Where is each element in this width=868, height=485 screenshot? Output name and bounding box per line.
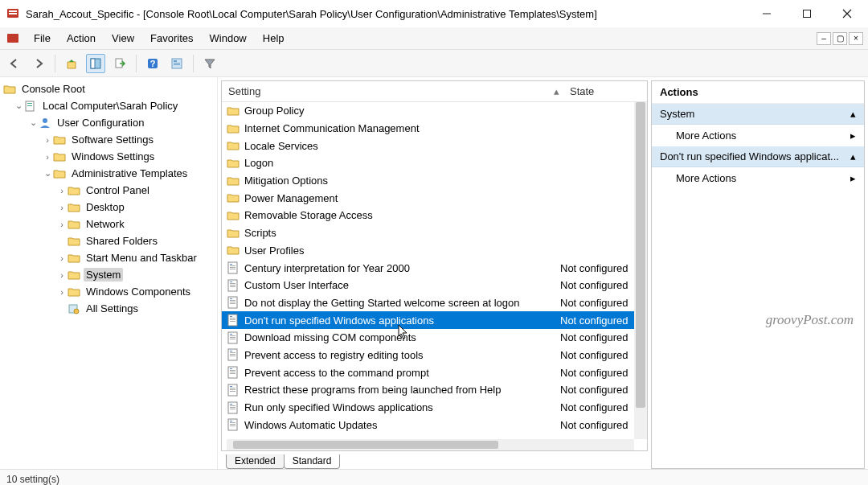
export-button[interactable] <box>110 54 129 73</box>
list-row[interactable]: Group Policy <box>222 102 647 120</box>
help-button[interactable]: ? <box>143 54 162 73</box>
tree-all-settings[interactable]: All Settings <box>3 300 217 317</box>
menu-action[interactable]: Action <box>59 29 104 47</box>
minimize-button[interactable] <box>757 4 776 23</box>
expand-icon[interactable]: › <box>42 152 53 162</box>
properties-button[interactable] <box>167 54 186 73</box>
tree-windows-settings[interactable]: › Windows Settings <box>3 148 217 165</box>
expand-icon[interactable]: › <box>56 220 68 229</box>
scrollbar-thumb[interactable] <box>636 102 645 408</box>
list-row[interactable]: Run only specified Windows applicationsN… <box>222 399 647 417</box>
tree-software-settings[interactable]: › Software Settings <box>3 131 217 148</box>
folder-icon <box>68 218 80 231</box>
row-name: Scripts <box>244 227 560 239</box>
status-text: 10 setting(s) <box>6 474 59 485</box>
menu-window[interactable]: Window <box>202 29 255 47</box>
maximize-button[interactable] <box>797 4 817 23</box>
actions-more-system[interactable]: More Actions ▸ <box>652 125 864 146</box>
tree-system[interactable]: ›System <box>3 266 217 283</box>
chevron-right-icon: ▸ <box>850 129 856 142</box>
menu-help[interactable]: Help <box>255 29 293 47</box>
list-row[interactable]: User Profiles <box>222 242 647 260</box>
menu-file[interactable]: File <box>26 29 59 47</box>
expand-icon[interactable]: › <box>56 287 68 297</box>
svg-rect-39 <box>230 316 232 317</box>
vertical-scrollbar[interactable] <box>634 102 647 439</box>
tree-policy[interactable]: ⌄ Local Computer\Sarah Policy <box>3 97 217 114</box>
expand-icon[interactable]: › <box>56 270 68 280</box>
tree-desktop[interactable]: ›Desktop <box>3 199 217 216</box>
folder-icon <box>53 134 66 146</box>
row-name: Custom User Interface <box>244 279 560 291</box>
forward-button[interactable] <box>29 54 48 73</box>
tree-windows-components[interactable]: ›Windows Components <box>3 283 217 300</box>
list-row[interactable]: Scripts <box>222 224 647 242</box>
show-tree-button[interactable] <box>86 54 105 73</box>
filter-button[interactable] <box>200 54 219 73</box>
toolbar: ? <box>0 50 868 77</box>
tree-shared-folders[interactable]: Shared Folders <box>3 232 217 249</box>
svg-rect-34 <box>230 298 232 299</box>
list-row[interactable]: Prevent access to registry editing tools… <box>222 347 647 364</box>
expand-icon[interactable]: › <box>56 203 68 212</box>
list-row[interactable]: Removable Storage Access <box>222 207 647 224</box>
tree-user-configuration[interactable]: ⌄ User Configuration <box>3 114 217 131</box>
sort-indicator-icon: ▴ <box>552 85 560 97</box>
list-row[interactable]: Windows Automatic UpdatesNot configured <box>222 416 647 434</box>
list-row[interactable]: Restrict these programs from being launc… <box>222 381 647 399</box>
row-name: Locale Services <box>244 140 560 152</box>
up-button[interactable] <box>62 54 81 73</box>
row-name: Group Policy <box>244 105 560 117</box>
tab-standard[interactable]: Standard <box>284 454 341 469</box>
list-row[interactable]: Internet Communication Management <box>222 120 647 138</box>
collapse-icon[interactable]: ⌄ <box>42 168 53 179</box>
list-row[interactable]: Mitigation Options <box>222 172 647 190</box>
list-row[interactable]: Century interpretation for Year 2000Not … <box>222 259 647 277</box>
svg-rect-30 <box>230 283 235 284</box>
column-state[interactable]: State <box>560 85 647 97</box>
tree-admin-templates[interactable]: ⌄ Administrative Templates <box>3 165 217 182</box>
column-setting[interactable]: Setting <box>222 85 552 97</box>
mdi-minimize-button[interactable]: – <box>817 32 831 45</box>
expand-icon[interactable]: › <box>56 253 68 263</box>
menu-favorites[interactable]: Favorites <box>142 29 201 47</box>
row-name: Windows Automatic Updates <box>244 419 560 431</box>
tab-extended[interactable]: Extended <box>226 454 285 469</box>
tree-console-root[interactable]: Console Root <box>3 80 217 97</box>
collapse-icon[interactable]: ⌄ <box>27 117 39 128</box>
svg-rect-7 <box>7 34 18 43</box>
actions-section-selected[interactable]: Don't run specified Windows applicat... … <box>652 146 864 167</box>
list-row[interactable]: Custom User InterfaceNot configured <box>222 277 647 294</box>
svg-rect-46 <box>230 337 235 338</box>
row-name: Power Management <box>244 192 560 204</box>
folder-icon <box>53 150 66 163</box>
expand-icon[interactable]: › <box>56 186 68 195</box>
expand-icon[interactable]: › <box>42 135 53 145</box>
back-button[interactable] <box>5 54 24 73</box>
actions-more-selected[interactable]: More Actions ▸ <box>652 167 864 189</box>
list-row[interactable]: Download missing COM componentsNot confi… <box>222 329 647 347</box>
list-row[interactable]: Locale Services <box>222 137 647 154</box>
list-row[interactable]: Logon <box>222 154 647 172</box>
scrollbar-thumb[interactable] <box>233 441 498 449</box>
row-name: Century interpretation for Year 2000 <box>244 262 560 274</box>
list-row[interactable]: Power Management <box>222 189 647 207</box>
actions-section-system[interactable]: System ▴ <box>652 104 864 125</box>
svg-rect-14 <box>174 60 177 62</box>
list-row[interactable]: Prevent access to the command promptNot … <box>222 364 647 381</box>
tree-control-panel[interactable]: ›Control Panel <box>3 182 217 199</box>
list-row[interactable]: Do not display the Getting Started welco… <box>222 294 647 312</box>
menu-view[interactable]: View <box>104 29 142 47</box>
tree-start-menu[interactable]: ›Start Menu and Taskbar <box>3 249 217 266</box>
actions-pane: Actions System ▴ More Actions ▸ Don't ru… <box>651 80 865 469</box>
folder-icon <box>227 209 240 222</box>
mdi-restore-button[interactable]: ▢ <box>833 32 847 45</box>
setting-icon <box>227 366 240 379</box>
list-row[interactable]: Don't run specified Windows applications… <box>222 311 647 329</box>
tree-network[interactable]: ›Network <box>3 216 217 232</box>
close-button[interactable] <box>837 4 857 23</box>
mdi-close-button[interactable]: × <box>849 32 863 45</box>
svg-rect-44 <box>230 334 232 335</box>
horizontal-scrollbar[interactable] <box>227 439 634 450</box>
collapse-icon[interactable]: ⌄ <box>13 101 24 111</box>
